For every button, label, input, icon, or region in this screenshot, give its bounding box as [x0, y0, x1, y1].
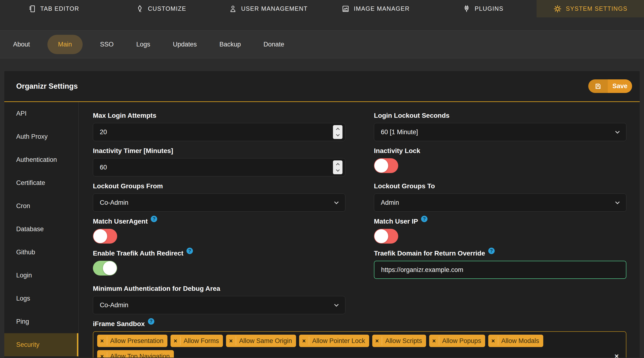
help-icon[interactable]: ?: [421, 216, 428, 222]
user-icon: [229, 5, 237, 13]
tag-remove-icon[interactable]: ×: [170, 337, 180, 344]
tag-remove-icon[interactable]: ×: [429, 337, 439, 344]
login-lockout-seconds-select[interactable]: 60 [1 Minute]: [374, 123, 626, 141]
top-nav-item-image-manager[interactable]: IMAGE MANAGER: [322, 0, 430, 18]
field-match-useragent: Match UserAgent ?: [93, 217, 345, 244]
help-icon[interactable]: ?: [186, 248, 193, 254]
chevron-down-icon: [334, 302, 338, 306]
sidebar-item-security[interactable]: Security: [4, 333, 78, 356]
toggle-knob: [374, 159, 388, 173]
spinner-down-icon[interactable]: [336, 133, 340, 137]
field-inactivity-timer: Inactivity Timer [Minutes]: [93, 147, 345, 176]
tag-allow-modals: × Allow Modals: [488, 335, 543, 347]
match-useragent-toggle[interactable]: [93, 229, 117, 244]
lockout-groups-from-select[interactable]: Co-Admin: [93, 194, 345, 212]
sub-nav-item-about[interactable]: About: [13, 41, 30, 48]
tag-remove-icon[interactable]: ×: [97, 353, 107, 358]
sub-nav-item-updates[interactable]: Updates: [173, 41, 197, 48]
field-label: Inactivity Lock: [374, 147, 626, 155]
top-nav: TAB EDITOR CUSTOMIZE USER MANAGEMENT: [0, 0, 644, 18]
sidebar-item-cron[interactable]: Cron: [4, 194, 78, 218]
field-label: Max Login Attempts: [93, 112, 345, 120]
top-nav-item-tab-editor[interactable]: TAB EDITOR: [0, 0, 108, 18]
iframe-sandbox-multiselect[interactable]: × Allow Presentation × Allow Forms × All…: [93, 331, 626, 357]
top-nav-label: USER MANAGEMENT: [241, 5, 308, 12]
security-settings-form: Max Login Attempts Login Lockout Seconds…: [78, 102, 640, 357]
max-login-attempts-input[interactable]: [93, 123, 345, 141]
save-button[interactable]: Save: [588, 79, 632, 93]
field-enable-traefik-auth-redirect: Enable Traefik Auth Redirect ?: [93, 249, 345, 279]
field-inactivity-lock: Inactivity Lock: [374, 147, 626, 176]
inactivity-lock-toggle[interactable]: [374, 158, 398, 173]
sidebar-item-github[interactable]: Github: [4, 241, 78, 264]
spinner-down-icon[interactable]: [336, 168, 340, 172]
save-button-label: Save: [608, 79, 632, 93]
number-spinner[interactable]: [333, 125, 342, 139]
top-nav-label: CUSTOMIZE: [148, 5, 186, 12]
tag-allow-pointer-lock: × Allow Pointer Lock: [299, 335, 369, 347]
top-nav-item-customize[interactable]: CUSTOMIZE: [108, 0, 215, 18]
tag-allow-presentation: × Allow Presentation: [97, 335, 168, 347]
number-spinner[interactable]: [333, 160, 342, 174]
sub-nav-item-backup[interactable]: Backup: [219, 41, 241, 48]
spinner-up-icon[interactable]: [336, 128, 340, 132]
sub-nav-item-main[interactable]: Main: [48, 35, 83, 54]
settings-sidebar: API Auth Proxy Authentication Certificat…: [4, 102, 78, 357]
tag-allow-top-navigation: × Allow Top Navigation: [97, 350, 174, 357]
chevron-down-icon: [334, 200, 338, 204]
sidebar-item-certificate[interactable]: Certificate: [4, 171, 78, 194]
inactivity-timer-input[interactable]: [93, 158, 345, 176]
top-nav-item-plugins[interactable]: PLUGINS: [430, 0, 537, 18]
field-login-lockout-seconds: Login Lockout Seconds 60 [1 Minute]: [374, 112, 626, 141]
help-icon[interactable]: ?: [148, 318, 154, 325]
tab-editor-icon: [28, 5, 36, 13]
sidebar-item-login[interactable]: Login: [4, 264, 78, 287]
field-label: Match UserAgent ?: [93, 217, 345, 225]
tag-remove-icon[interactable]: ×: [488, 337, 498, 344]
sidebar-item-ping[interactable]: Ping: [4, 310, 78, 333]
organizr-settings-panel: Organizr Settings Save API Auth Proxy Au…: [4, 71, 640, 357]
tag-remove-icon[interactable]: ×: [97, 337, 107, 344]
field-label: Match User IP ?: [374, 217, 626, 225]
sub-nav-item-donate[interactable]: Donate: [264, 41, 284, 48]
traefik-domain-override-input[interactable]: [374, 261, 626, 279]
plug-icon: [462, 5, 470, 13]
field-match-user-ip: Match User IP ?: [374, 217, 626, 244]
spinner-up-icon[interactable]: [336, 163, 340, 167]
sub-nav-item-logs[interactable]: Logs: [136, 41, 150, 48]
image-icon: [342, 5, 350, 13]
selected-value: Co-Admin: [100, 301, 128, 309]
field-label: Inactivity Timer [Minutes]: [93, 147, 345, 155]
match-user-ip-toggle[interactable]: [374, 229, 398, 244]
tag-remove-icon[interactable]: ×: [226, 337, 236, 344]
sub-nav-item-sso[interactable]: SSO: [100, 41, 114, 48]
field-lockout-groups-from: Lockout Groups From Co-Admin: [93, 182, 345, 212]
tag-allow-forms: × Allow Forms: [170, 335, 223, 347]
tag-allow-same-origin: × Allow Same Origin: [226, 335, 296, 347]
field-label: Minimum Authentication for Debug Area: [93, 285, 345, 293]
field-label: iFrame Sandbox ?: [93, 320, 626, 328]
sidebar-item-logs[interactable]: Logs: [4, 287, 78, 310]
top-nav-item-user-management[interactable]: USER MANAGEMENT: [214, 0, 322, 18]
top-nav-label: TAB EDITOR: [40, 5, 79, 12]
help-icon[interactable]: ?: [488, 248, 495, 254]
sidebar-item-auth-proxy[interactable]: Auth Proxy: [4, 125, 78, 148]
help-icon[interactable]: ?: [151, 216, 157, 222]
clear-all-tags-icon[interactable]: ×: [611, 352, 622, 357]
lockout-groups-to-select[interactable]: Admin: [374, 194, 626, 212]
page-title: Organizr Settings: [16, 82, 78, 91]
enable-traefik-auth-redirect-toggle[interactable]: [93, 261, 117, 275]
top-nav-item-system-settings[interactable]: SYSTEM SETTINGS: [536, 0, 644, 18]
min-auth-debug-select[interactable]: Co-Admin: [93, 296, 345, 314]
sidebar-item-api[interactable]: API: [4, 102, 78, 125]
panel-body: API Auth Proxy Authentication Certificat…: [4, 102, 640, 357]
toggle-knob: [103, 261, 117, 275]
field-min-auth-debug: Minimum Authentication for Debug Area Co…: [93, 285, 345, 314]
sidebar-item-authentication[interactable]: Authentication: [4, 148, 78, 171]
field-label: Traefik Domain for Return Override ?: [374, 249, 626, 257]
tag-remove-icon[interactable]: ×: [372, 337, 382, 344]
settings-sub-nav: About Main SSO Logs Updates Backup Donat…: [0, 30, 644, 58]
sidebar-item-database[interactable]: Database: [4, 218, 78, 241]
tag-remove-icon[interactable]: ×: [299, 337, 309, 344]
field-traefik-domain-override: Traefik Domain for Return Override ?: [374, 249, 626, 279]
